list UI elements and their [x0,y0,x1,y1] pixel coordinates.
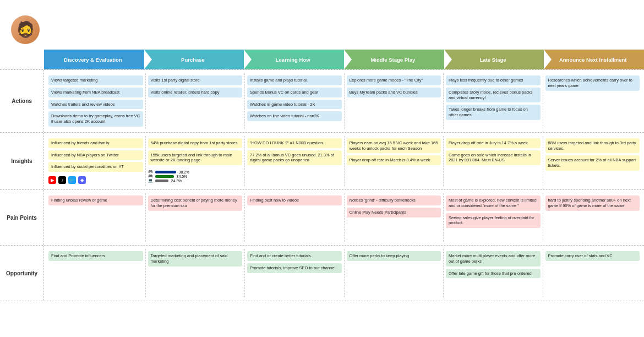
card: Market more multi player events and offe… [446,251,541,267]
stage-col-3-0: Find and Promote influencers [46,249,146,297]
stage-col-2-1: Determining cost benefit of paying more … [146,193,245,242]
stage-col-2-4: Most of game is explored, new content is… [444,193,543,242]
row-label-1: Insights [0,133,44,189]
row-2: Pain PointsFinding unbias review of game… [0,189,644,245]
card: Game goes on sale which increase install… [446,150,541,166]
row-label-3: Opportunity [0,246,44,301]
platform-pct: 34.5% [177,175,188,178]
platform-bar: 💻24.3% [148,178,243,183]
card: Promote tutorials, improve SEO to our ch… [247,263,342,273]
row-content-1: Influenced by friends and familyInfluenc… [44,133,644,189]
stage-col-1-0: Influenced by friends and familyInfluenc… [46,136,146,186]
stages-row: Discovery & EvaluationPurchaseLearning H… [44,50,644,69]
row-label-2: Pain Points [0,190,44,245]
stage-col-0-1: Visits 1st party digital storeVisits onl… [146,73,245,129]
social-icon-si-tt: ♪ [58,176,66,184]
card: Offer late game gift for those that pre-… [446,269,541,279]
card: Notices 'grind' - difficulty bottlenecks [347,195,441,205]
header [0,0,644,12]
card: Visits 1st party digital store [148,75,243,85]
platform-fill [155,171,176,173]
social-icon-si-tw: 🐦 [68,176,76,184]
card: Installs game and plays tutorial. [247,75,342,85]
stage-col-2-0: Finding unbias review of game [46,193,146,242]
stage-col-3-5: Promote carry over of stats and VC [543,249,642,297]
stage-col-0-0: Views targeted marketingViews marketing … [46,73,146,129]
card: Downloads demo to try gameplay, earns fr… [48,111,143,127]
stage-2: Learning How [244,50,344,69]
card: 64% purchase digital copy from 1st party… [148,138,243,148]
stage-4: Late Stage [444,50,544,69]
stage-5: Announce Next Installment [544,50,644,69]
platform-bar: 🎮38.2% [148,170,243,174]
stage-col-1-4: Player drop off rate in July is 14.7% a … [444,136,543,186]
persona-bar: 🧔 [0,12,644,50]
row-content-0: Views targeted marketingViews marketing … [44,70,644,132]
stage-col-3-4: Market more multi player events and offe… [444,249,543,297]
row-0: ActionsViews targeted marketingViews mar… [0,69,644,132]
stage-col-3-2: Find and or create better tutorials.Prom… [245,249,345,297]
platform-icon: 🎮 [148,170,154,174]
card: Buys MyTeam packs and VC bundles [347,88,441,97]
social-icons: ▶♪🐦◈ [48,176,143,184]
card: Researches which achievements carry over… [545,75,640,91]
avatar: 🧔 [11,15,40,44]
card: Watches in-game video tutorial - 2K [247,100,342,110]
social-icon-si-dc: ◈ [78,176,86,184]
card: Watches on line video tutorial - non2K [247,111,342,121]
card: Players earn on avg 15.5 VC week and tak… [347,138,441,154]
platform-icon: 💻 [148,178,154,183]
card: Find and Promote influencers [48,251,143,261]
card: Most of game is explored, new content is… [446,195,541,211]
card: Server issues account for 2% of all NBA … [545,155,640,171]
card: Completes Story mode, recieves bonus pac… [446,88,541,103]
card: Visits online retailer, orders hard copy [148,88,243,97]
card: Views marketing from NBA broadcast [48,88,143,97]
platform-fill [155,180,168,182]
stage-3: Middle Stage Play [344,50,444,69]
stage-col-2-3: Notices 'grind' - difficulty bottlenecks… [345,193,444,242]
card: Spends Bonus VC on cards and gear [247,88,342,97]
platform-stats: 🎮38.2%🎮34.5%💻24.3% [148,170,243,183]
card: Explores more game modes - "The City" [347,75,441,85]
stage-col-3-1: Targeted marketing and placement of said… [146,249,245,297]
stage-0: Discovery & Evaluation [44,50,144,69]
card: Player drop off rate in March is 8.4% a … [347,155,441,165]
card: Online Play Needs Participants [347,208,441,218]
card: Player drop off rate in July is 14.7% a … [446,138,541,148]
stage-col-0-4: Plays less frequently due to other games… [444,73,543,129]
card: Views targeted marketing [48,75,143,85]
stage-col-0-5: Researches which achievements carry over… [543,73,642,129]
card: Promote carry over of stats and VC [545,251,640,261]
avatar-image: 🧔 [16,22,35,37]
stage-col-0-3: Explores more game modes - "The City"Buy… [345,73,444,129]
social-icon-si-yt: ▶ [48,176,56,184]
card: 88M users targeted and link through to 3… [545,138,640,154]
platform-pct: 24.3% [171,179,182,183]
row-1: InsightsInfluenced by friends and family… [0,132,644,189]
stage-col-1-5: 88M users targeted and link through to 3… [543,136,642,186]
card: "HOW DO I DUNK ?" #1 N00B question. [247,138,342,148]
card: Find and or create better tutorials. [247,251,342,261]
card: Finding best how to videos [247,195,342,205]
card: Influenced by friends and family [48,138,143,148]
card: Finding unbias review of game [48,195,143,205]
platform-bar: 🎮34.5% [148,174,243,178]
platform-pct: 38.2% [179,170,190,174]
stage-1: Purchase [144,50,244,69]
card: Takes longer breaks from game to focus o… [446,105,541,120]
card: 77.2% of all bonus VC goes unused. 21.3%… [247,150,342,166]
card: Determining cost benefit of paying more … [148,195,243,211]
main-grid: ActionsViews targeted marketingViews mar… [0,69,644,301]
card: Seeing sales give player feeling of over… [446,213,541,229]
stage-col-1-2: "HOW DO I DUNK ?" #1 N00B question.77.2%… [245,136,345,186]
row-content-3: Find and Promote influencersTargeted mar… [44,246,644,301]
stage-col-2-5: hard to justify spending another $80+ on… [543,193,642,242]
row-3: OpportunityFind and Promote influencersT… [0,245,644,301]
stage-col-3-3: Offer more perks to keep playing [345,249,444,297]
card: Offer more perks to keep playing [347,251,441,261]
row-label-0: Actions [0,70,44,132]
card: Influenced by social personalities on YT [48,162,143,172]
stage-col-2-2: Finding best how to videos [245,193,345,242]
card: 155k users targeted and link through to … [148,150,243,166]
